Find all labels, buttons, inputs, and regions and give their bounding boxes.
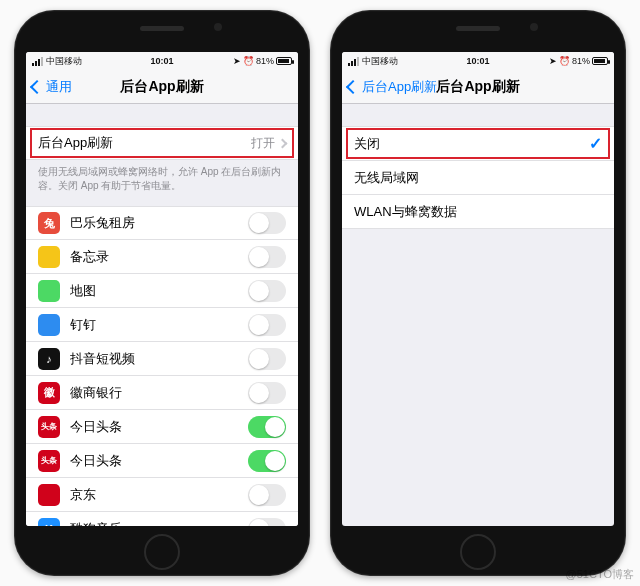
app-toggle[interactable]: [248, 212, 286, 234]
app-toggle[interactable]: [248, 314, 286, 336]
back-label: 后台App刷新: [362, 78, 437, 96]
option-label: WLAN与蜂窝数据: [354, 203, 602, 221]
app-icon: [38, 314, 60, 336]
app-toggle[interactable]: [248, 382, 286, 404]
footnote-text: 使用无线局域网或蜂窝网络时，允许 App 在后台刷新内容。关闭 App 有助于节…: [26, 160, 298, 192]
option-list: 关闭✓无线局域网WLAN与蜂窝数据: [342, 126, 614, 229]
app-row[interactable]: 兔巴乐兔租房: [26, 206, 298, 240]
chevron-right-icon: [278, 138, 288, 148]
chevron-left-icon: [30, 79, 44, 93]
phone-left: 中国移动 10:01 ➤ ⏰ 81% 通用 后台App刷新 后台App刷新 打开: [14, 10, 310, 576]
app-icon: [38, 280, 60, 302]
app-toggle[interactable]: [248, 450, 286, 472]
master-refresh-value: 打开: [251, 135, 275, 152]
clock: 10:01: [466, 56, 489, 66]
master-refresh-label: 后台App刷新: [38, 134, 251, 152]
app-name: 酷狗音乐: [70, 520, 248, 527]
app-name: 今日头条: [70, 418, 248, 436]
nav-bar: 后台App刷新 后台App刷新: [342, 70, 614, 104]
app-icon: K: [38, 518, 60, 527]
app-icon: 兔: [38, 212, 60, 234]
app-icon: 徽: [38, 382, 60, 404]
app-toggle[interactable]: [248, 484, 286, 506]
chevron-left-icon: [346, 79, 360, 93]
app-toggle[interactable]: [248, 246, 286, 268]
app-row[interactable]: 地图: [26, 274, 298, 308]
app-icon: [38, 246, 60, 268]
master-refresh-cell[interactable]: 后台App刷新 打开: [26, 126, 298, 160]
signal-icon: [348, 57, 359, 66]
watermark: @51CTO博客: [566, 567, 634, 582]
app-row[interactable]: 钉钉: [26, 308, 298, 342]
back-button[interactable]: 通用: [32, 78, 72, 96]
nav-title: 后台App刷新: [436, 78, 519, 96]
status-bar: 中国移动 10:01 ➤ ⏰ 81%: [342, 52, 614, 70]
phone-camera: [530, 23, 538, 31]
option-label: 关闭: [354, 135, 589, 153]
back-button[interactable]: 后台App刷新: [348, 78, 437, 96]
home-button[interactable]: [144, 534, 180, 570]
clock: 10:01: [150, 56, 173, 66]
status-bar: 中国移动 10:01 ➤ ⏰ 81%: [26, 52, 298, 70]
phone-right: 中国移动 10:01 ➤ ⏰ 81% 后台App刷新 后台App刷新 关闭✓无线…: [330, 10, 626, 576]
carrier-label: 中国移动: [46, 55, 82, 68]
app-name: 巴乐兔租房: [70, 214, 248, 232]
app-row[interactable]: 京东: [26, 478, 298, 512]
app-row[interactable]: K酷狗音乐: [26, 512, 298, 526]
app-icon: ♪: [38, 348, 60, 370]
battery-percent: 81%: [572, 56, 590, 66]
app-icon: [38, 484, 60, 506]
app-row[interactable]: ♪抖音短视频: [26, 342, 298, 376]
screen-right: 中国移动 10:01 ➤ ⏰ 81% 后台App刷新 后台App刷新 关闭✓无线…: [342, 52, 614, 526]
signal-icon: [32, 57, 43, 66]
option-label: 无线局域网: [354, 169, 602, 187]
home-button[interactable]: [460, 534, 496, 570]
app-row[interactable]: 徽徽商银行: [26, 376, 298, 410]
option-row[interactable]: 无线局域网: [342, 161, 614, 195]
carrier-label: 中国移动: [362, 55, 398, 68]
nav-bar: 通用 后台App刷新: [26, 70, 298, 104]
phone-speaker: [456, 26, 500, 31]
app-row[interactable]: 头条今日头条: [26, 410, 298, 444]
app-name: 地图: [70, 282, 248, 300]
app-toggle[interactable]: [248, 416, 286, 438]
content-left[interactable]: 后台App刷新 打开 使用无线局域网或蜂窝网络时，允许 App 在后台刷新内容。…: [26, 104, 298, 526]
app-row[interactable]: 备忘录: [26, 240, 298, 274]
back-label: 通用: [46, 78, 72, 96]
battery-icon: [592, 57, 608, 65]
app-icon: 头条: [38, 450, 60, 472]
phone-camera: [214, 23, 222, 31]
app-name: 抖音短视频: [70, 350, 248, 368]
app-name: 钉钉: [70, 316, 248, 334]
alarm-icon: ⏰: [559, 56, 570, 66]
app-toggle[interactable]: [248, 280, 286, 302]
battery-percent: 81%: [256, 56, 274, 66]
app-name: 京东: [70, 486, 248, 504]
option-row[interactable]: WLAN与蜂窝数据: [342, 195, 614, 229]
app-toggle[interactable]: [248, 348, 286, 370]
phone-speaker: [140, 26, 184, 31]
battery-icon: [276, 57, 292, 65]
app-icon: 头条: [38, 416, 60, 438]
alarm-icon: ⏰: [243, 56, 254, 66]
app-toggle[interactable]: [248, 518, 286, 527]
app-name: 备忘录: [70, 248, 248, 266]
nav-title: 后台App刷新: [120, 78, 203, 96]
location-icon: ➤: [549, 56, 557, 66]
content-right[interactable]: 关闭✓无线局域网WLAN与蜂窝数据: [342, 104, 614, 526]
checkmark-icon: ✓: [589, 134, 602, 153]
location-icon: ➤: [233, 56, 241, 66]
app-row[interactable]: 头条今日头条: [26, 444, 298, 478]
screen-left: 中国移动 10:01 ➤ ⏰ 81% 通用 后台App刷新 后台App刷新 打开: [26, 52, 298, 526]
app-name: 徽商银行: [70, 384, 248, 402]
app-list: 兔巴乐兔租房备忘录地图钉钉♪抖音短视频徽徽商银行头条今日头条头条今日头条京东K酷…: [26, 206, 298, 526]
option-row[interactable]: 关闭✓: [342, 127, 614, 161]
app-name: 今日头条: [70, 452, 248, 470]
